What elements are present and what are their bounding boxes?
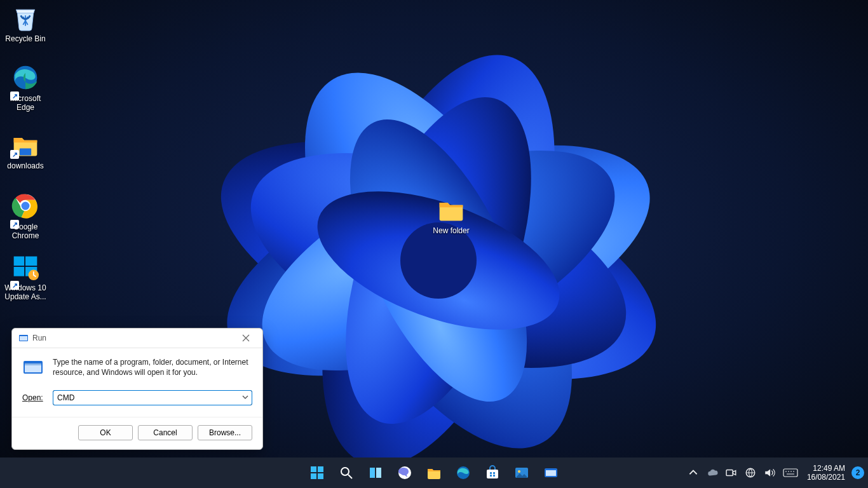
svg-rect-25 — [25, 363, 41, 365]
desktop-icon-win10-update-assistant[interactable]: ↗ Windows 10 Update As... — [1, 253, 50, 301]
open-label: Open: — [22, 393, 46, 402]
svg-rect-39 — [493, 475, 495, 477]
tray-network[interactable] — [742, 460, 759, 485]
photos-button[interactable] — [509, 460, 534, 485]
run-dialog: Run Type the name of a program, folder, … — [11, 328, 263, 450]
file-explorer-icon — [426, 465, 442, 480]
start-button[interactable] — [304, 460, 330, 485]
desktop-icon-label: Microsoft Edge — [1, 94, 50, 112]
svg-rect-29 — [318, 473, 323, 479]
svg-rect-12 — [20, 149, 31, 156]
task-view-icon — [368, 465, 383, 480]
search-icon — [339, 465, 354, 480]
cloud-icon — [707, 467, 718, 478]
file-explorer-button[interactable] — [421, 460, 447, 485]
svg-rect-18 — [14, 267, 24, 276]
chat-icon — [397, 465, 412, 480]
task-view-button[interactable] — [363, 460, 388, 485]
desktop-icon-label: Google Chrome — [1, 222, 50, 240]
svg-rect-27 — [318, 466, 323, 472]
windows-start-icon — [309, 465, 325, 480]
svg-point-41 — [518, 470, 520, 473]
svg-rect-36 — [490, 472, 492, 474]
store-button[interactable] — [480, 460, 505, 485]
search-button[interactable] — [334, 460, 359, 485]
chrome-icon — [11, 192, 39, 220]
run-taskbar-button[interactable] — [538, 460, 564, 485]
edge-icon — [456, 465, 471, 480]
tray-input-indicator[interactable] — [780, 460, 801, 485]
run-app-icon — [22, 357, 44, 379]
desktop[interactable]: Recycle Bin ↗ Microsoft Edge ↗ downloads… — [0, 0, 868, 488]
svg-rect-46 — [783, 469, 797, 477]
folder-icon — [437, 196, 465, 224]
taskbar-systray: 12:49 AM 16/08/2021 2 — [685, 460, 864, 485]
desktop-icon-label: downloads — [1, 161, 50, 170]
cancel-button[interactable]: Cancel — [138, 425, 193, 440]
tray-onedrive[interactable] — [704, 460, 721, 485]
svg-rect-17 — [25, 257, 37, 266]
svg-rect-35 — [487, 470, 498, 478]
volume-icon — [764, 467, 775, 478]
clock-date: 16/08/2021 — [807, 473, 845, 482]
svg-rect-37 — [493, 472, 495, 474]
globe-icon — [745, 467, 756, 478]
edge-button[interactable] — [451, 460, 476, 485]
taskbar-clock[interactable]: 12:49 AM 16/08/2021 — [803, 464, 849, 482]
desktop-icon-edge[interactable]: ↗ Microsoft Edge — [1, 64, 50, 112]
run-description: Type the name of a program, folder, docu… — [53, 357, 252, 377]
open-input[interactable] — [53, 390, 252, 405]
shortcut-overlay-icon: ↗ — [10, 281, 19, 290]
svg-point-30 — [341, 468, 349, 475]
recycle-bin-icon — [11, 4, 39, 32]
run-titlebar[interactable]: Run — [12, 329, 262, 348]
tray-volume[interactable] — [761, 460, 778, 485]
tray-overflow-button[interactable] — [685, 460, 702, 485]
clock-time: 12:49 AM — [807, 464, 845, 473]
taskbar-center — [304, 460, 564, 485]
close-button[interactable] — [233, 329, 259, 347]
taskbar: 12:49 AM 16/08/2021 2 — [0, 458, 868, 488]
run-title: Run — [32, 334, 233, 342]
desktop-icon-downloads[interactable]: ↗ downloads — [1, 131, 50, 170]
svg-rect-16 — [14, 257, 24, 266]
run-app-icon — [543, 465, 559, 480]
tray-meet-now[interactable] — [723, 460, 740, 485]
notification-badge[interactable]: 2 — [851, 466, 864, 479]
shortcut-overlay-icon: ↗ — [10, 220, 19, 229]
desktop-icon-label: New folder — [427, 226, 475, 235]
desktop-icon-new-folder[interactable]: New folder — [427, 196, 475, 235]
camera-icon — [726, 467, 737, 478]
chevron-up-icon — [688, 467, 699, 478]
svg-rect-22 — [20, 336, 27, 341]
svg-rect-44 — [726, 470, 733, 476]
desktop-icon-label: Recycle Bin — [1, 34, 50, 43]
svg-rect-26 — [311, 466, 316, 472]
windows-logo-icon — [11, 253, 39, 281]
store-icon — [485, 465, 500, 480]
desktop-icon-chrome[interactable]: ↗ Google Chrome — [1, 192, 50, 240]
open-combobox[interactable] — [53, 390, 252, 405]
chat-button[interactable] — [392, 460, 417, 485]
shortcut-overlay-icon: ↗ — [10, 92, 19, 100]
edge-icon — [11, 64, 39, 92]
svg-rect-38 — [490, 475, 492, 477]
svg-rect-31 — [370, 468, 375, 478]
keyboard-icon — [783, 467, 798, 478]
desktop-icon-recycle-bin[interactable]: Recycle Bin — [1, 4, 50, 43]
shortcut-overlay-icon: ↗ — [10, 150, 19, 159]
svg-rect-43 — [546, 470, 556, 476]
ok-button[interactable]: OK — [78, 425, 133, 440]
svg-rect-28 — [311, 473, 316, 479]
browse-button[interactable]: Browse... — [198, 425, 252, 440]
desktop-icon-label: Windows 10 Update As... — [1, 283, 50, 301]
run-title-icon — [18, 333, 29, 343]
close-icon — [242, 334, 250, 342]
svg-rect-32 — [376, 468, 381, 478]
photos-icon — [514, 465, 529, 480]
